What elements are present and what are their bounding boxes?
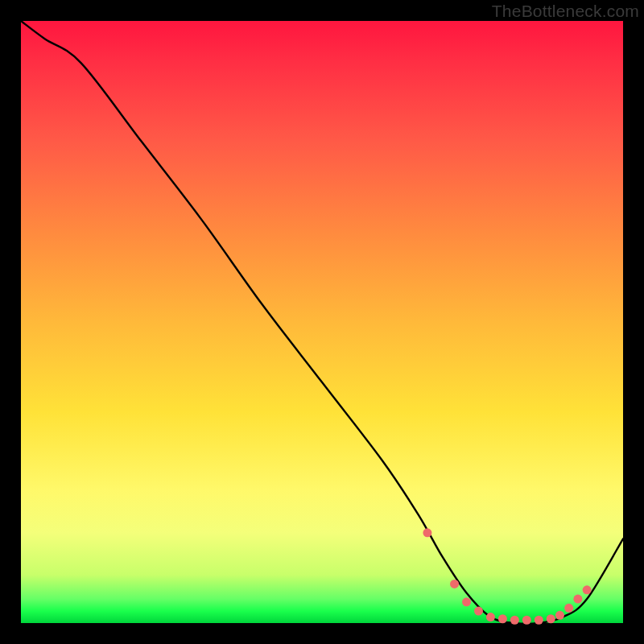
curve-line bbox=[21, 21, 623, 624]
marker-dot bbox=[474, 607, 483, 616]
marker-dot bbox=[564, 604, 573, 613]
marker-dot bbox=[555, 611, 564, 620]
marker-dot bbox=[522, 616, 531, 625]
chart-svg bbox=[21, 21, 623, 623]
marker-dot bbox=[423, 528, 431, 537]
chart-frame: TheBottleneck.com bbox=[0, 0, 644, 644]
marker-dot bbox=[462, 597, 471, 606]
curve-markers bbox=[423, 528, 591, 624]
marker-dot bbox=[573, 595, 582, 604]
marker-dot bbox=[510, 616, 519, 625]
plot-area bbox=[21, 21, 623, 623]
marker-dot bbox=[583, 585, 592, 594]
marker-dot bbox=[450, 580, 459, 588]
marker-dot bbox=[498, 614, 507, 623]
marker-dot bbox=[547, 614, 555, 623]
marker-dot bbox=[486, 613, 495, 621]
watermark-text: TheBottleneck.com bbox=[492, 2, 639, 21]
marker-dot bbox=[535, 616, 543, 625]
